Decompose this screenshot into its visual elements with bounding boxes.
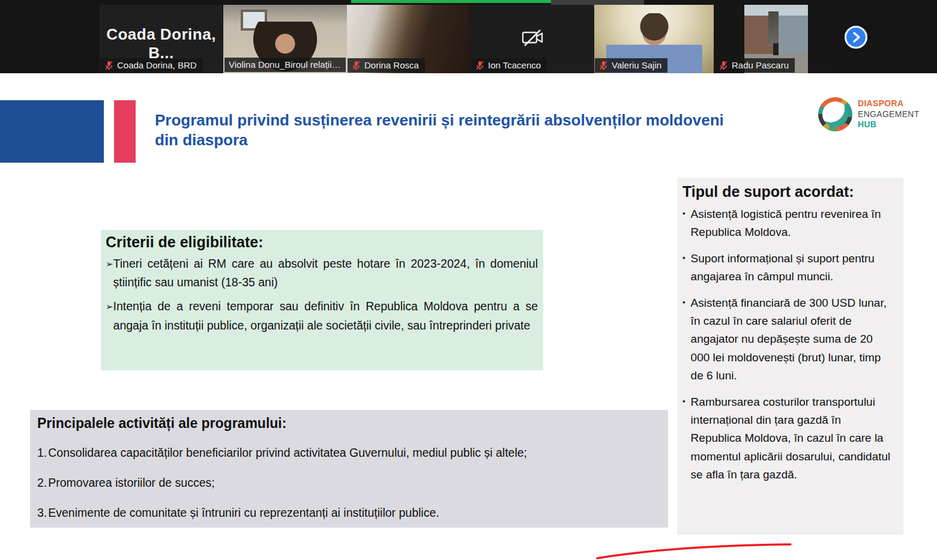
participant-tile-ion-tcacenco[interactable]: Ion Tcacenco	[471, 5, 594, 73]
support-bullet-text: Asistență financiară de 300 USD lunar, î…	[691, 294, 894, 385]
arrow-bullet-icon: ➢	[106, 254, 113, 271]
participant-name-text: Valeriu Sajin	[612, 60, 661, 70]
participant-name-label: Radu Pascaru	[715, 58, 795, 73]
activities-heading: Principalele activități ale programului:	[37, 415, 658, 432]
participant-display-name: Coada Dorina, B...	[100, 25, 223, 62]
participant-tile-radu-pascaru[interactable]: Radu Pascaru	[714, 5, 837, 73]
participant-tile-valeriu-sajin[interactable]: Valeriu Sajin	[594, 5, 714, 73]
participant-tile-violina-donu-biroul-rela-ii[interactable]: Violina Donu_Biroul relații…	[223, 5, 347, 73]
logo-ring-icon	[818, 97, 852, 131]
participant-name-label: Valeriu Sajin	[595, 58, 667, 73]
eligibility-bullet: ➢ Tineri cetățeni ai RM care au absolvit…	[106, 254, 538, 292]
participant-name-label: Ion Tcacenco	[471, 58, 547, 73]
activity-text: Consolidarea capacităților beneficiarilo…	[48, 446, 527, 460]
eligibility-bullet-text: Intenția de a reveni temporar sau defini…	[113, 297, 538, 334]
eligibility-bullet-text: Tineri cetățeni ai RM care au absolvit p…	[113, 254, 538, 292]
support-bullet: ▪ Rambursarea costurilor transportului i…	[682, 393, 894, 484]
activity-item: 3. Evenimente de comunitate și întruniri…	[37, 506, 658, 520]
participant-tile-dorina-rosca[interactable]: Dorina Rosca	[347, 5, 470, 73]
support-types-box: Tipul de suport acordat: ▪ Asistență log…	[677, 178, 903, 535]
slide-title-line2: din diaspora	[155, 130, 724, 150]
support-bullet: ▪ Asistență logistică pentru revenirea î…	[682, 205, 894, 242]
participant-name-text: Ion Tcacenco	[488, 60, 541, 70]
screen-share-border-indicator	[351, 0, 551, 3]
activity-number: 2.	[37, 476, 47, 490]
activity-item: 1. Consolidarea capacităților beneficiar…	[37, 446, 658, 460]
activity-number: 3.	[37, 506, 47, 520]
arrow-bullet-icon: ➢	[106, 297, 113, 314]
square-bullet-icon: ▪	[682, 250, 685, 265]
logo-word-hub: HUB	[858, 119, 920, 130]
participant-name-label: Violina Donu_Biroul relații…	[224, 58, 346, 72]
eligibility-heading: Criterii de eligibilitate:	[106, 233, 538, 251]
slide-title-line1: Programul privind susținerea revenirii ș…	[155, 110, 724, 130]
participant-name-text: Radu Pascaru	[732, 60, 789, 70]
square-bullet-icon: ▪	[682, 393, 685, 408]
participant-tile-coada-dorina-brd[interactable]: Coada Dorina, B... Coada Dorina, BRD	[100, 5, 223, 73]
muted-mic-icon	[352, 61, 361, 70]
support-bullet-text: Asistență logistică pentru revenirea în …	[691, 205, 894, 242]
participant-name-label: Coada Dorina, BRD	[100, 58, 203, 73]
activity-number: 1.	[37, 446, 47, 460]
muted-mic-icon	[104, 61, 113, 70]
activity-text: Evenimente de comunitate și întruniri cu…	[48, 506, 439, 520]
camera-off-icon	[520, 28, 544, 48]
next-participants-button[interactable]	[845, 26, 867, 49]
shared-presentation-slide: Programul privind susținerea revenirii ș…	[0, 73, 937, 560]
main-activities-box: Principalele activități ale programului:…	[30, 410, 668, 528]
eligibility-criteria-box: Criterii de eligibilitate: ➢ Tineri cetă…	[101, 230, 543, 370]
participant-name-text: Coada Dorina, BRD	[117, 60, 197, 70]
red-annotation-underline	[570, 528, 822, 560]
square-bullet-icon: ▪	[682, 205, 685, 220]
muted-mic-icon	[475, 61, 484, 70]
muted-mic-icon	[719, 61, 728, 70]
muted-mic-icon	[599, 61, 608, 70]
logo-word-engagement: ENGAGEMENT	[858, 109, 920, 120]
support-bullet: ▪ Suport informațional și suport pentru …	[682, 250, 894, 286]
activity-item: 2. Promovarea istoriilor de succes;	[37, 476, 658, 490]
activity-text: Promovarea istoriilor de succes;	[48, 476, 214, 490]
chevron-right-icon	[846, 28, 866, 47]
support-bullet: ▪ Asistență financiară de 300 USD lunar,…	[682, 294, 894, 385]
slide-title: Programul privind susținerea revenirii ș…	[155, 110, 724, 150]
logo-word-diaspora: DIASPORA	[858, 98, 920, 109]
brand-blue-block	[0, 100, 104, 163]
participant-name-text: Dorina Rosca	[364, 60, 419, 70]
diaspora-engagement-hub-logo: DIASPORA ENGAGEMENT HUB	[818, 97, 920, 131]
support-heading: Tipul de suport acordat:	[682, 183, 894, 200]
support-bullet-text: Suport informațional și suport pentru an…	[691, 250, 894, 286]
eligibility-bullet: ➢ Intenția de a reveni temporar sau defi…	[106, 297, 538, 334]
participant-name-label: Dorina Rosca	[348, 58, 425, 73]
participant-name-text: Violina Donu_Biroul relații…	[229, 59, 341, 70]
square-bullet-icon: ▪	[682, 294, 685, 309]
zoom-video-strip: Coada Dorina, B... Coada Dorina, BRD	[0, 0, 937, 73]
brand-red-bar	[114, 100, 136, 163]
support-bullet-text: Rambursarea costurilor transportului int…	[691, 393, 894, 484]
